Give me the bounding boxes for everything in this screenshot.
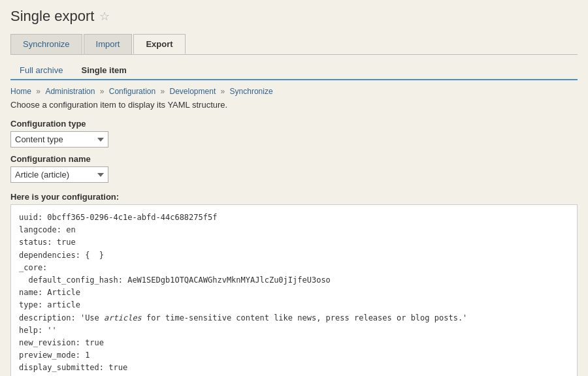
tab-full-archive[interactable]: Full archive — [10, 61, 72, 80]
page-wrapper: Single export ☆ Synchronize Import Expor… — [0, 0, 588, 376]
config-type-select[interactable]: Content type Block Field storage Image s… — [10, 131, 108, 148]
breadcrumb-configuration[interactable]: Configuration — [109, 87, 155, 96]
top-tabs: Synchronize Import Export — [10, 34, 578, 55]
breadcrumb: Home » Administration » Configuration » … — [10, 87, 578, 96]
tab-import[interactable]: Import — [84, 34, 133, 54]
breadcrumb-sep-4: » — [221, 87, 227, 96]
tab-export[interactable]: Export — [133, 34, 185, 54]
config-output-heading: Here is your configuration: — [10, 192, 578, 202]
tab-synchronize[interactable]: Synchronize — [10, 34, 82, 54]
breadcrumb-sep-2: » — [100, 87, 106, 96]
favorite-star-icon[interactable]: ☆ — [99, 9, 110, 24]
description-text: Choose a configuration item to display i… — [10, 100, 578, 110]
secondary-tabs: Full archive Single item — [10, 61, 578, 80]
config-name-label: Configuration name — [10, 154, 578, 164]
breadcrumb-home[interactable]: Home — [10, 87, 31, 96]
breadcrumb-administration[interactable]: Administration — [45, 87, 95, 96]
tab-single-item[interactable]: Single item — [72, 61, 135, 80]
breadcrumb-sep-3: » — [161, 87, 167, 96]
page-title-area: Single export ☆ — [10, 8, 578, 25]
config-type-field: Content type Block Field storage Image s… — [10, 131, 578, 148]
breadcrumb-sep-1: » — [36, 87, 42, 96]
config-name-select[interactable]: Article (article) Basic page (page) — [10, 166, 108, 183]
breadcrumb-synchronize[interactable]: Synchronize — [230, 87, 273, 96]
page-title: Single export — [10, 8, 94, 25]
config-name-field: Article (article) Basic page (page) — [10, 166, 578, 183]
breadcrumb-development[interactable]: Development — [170, 87, 216, 96]
config-type-label: Configuration type — [10, 119, 578, 129]
config-output: uuid: 0bcff365-0296-4c1e-abfd-44c688275f… — [10, 204, 578, 376]
